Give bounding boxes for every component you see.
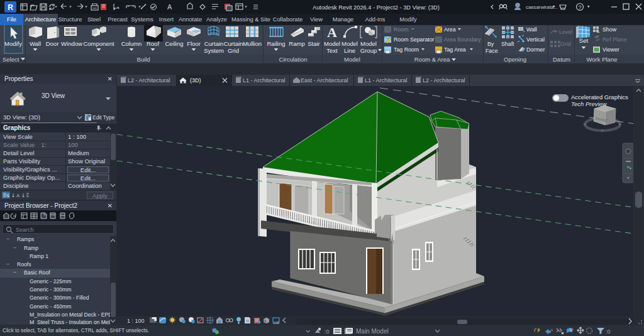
svg-text:R: R [8,3,13,12]
svg-text:Main Model: Main Model [356,328,389,335]
svg-text:Area: Area [444,26,456,33]
svg-text:Set: Set [579,37,589,44]
svg-text:Area Boundary: Area Boundary [444,36,481,43]
svg-text:Tag Room: Tag Room [394,46,419,53]
svg-text:Text: Text [326,47,338,54]
svg-text:Column: Column [121,40,142,47]
svg-text:A: A [327,25,337,40]
svg-text:Grid: Grid [560,41,571,47]
svg-text:Floor: Floor [187,40,201,47]
svg-text:Vertical: Vertical [526,36,545,43]
svg-text::0: :0 [606,328,611,335]
svg-text:Door: Door [46,40,59,47]
svg-text:Roof: Roof [147,40,159,47]
svg-text:Mullion: Mullion [243,40,262,47]
svg-text:Ceiling: Ceiling [165,40,183,47]
svg-text:Component: Component [83,40,114,47]
svg-text:Shaft: Shaft [501,41,514,47]
svg-text:Curtain: Curtain [224,40,243,47]
svg-text:Viewer: Viewer [602,46,619,53]
svg-text:Model: Model [360,40,377,47]
svg-text:Tech Preview: Tech Preview [571,100,608,107]
svg-text:Ramp: Ramp [289,40,304,47]
svg-text:Face: Face [486,48,498,54]
svg-text:Tag Area: Tag Area [444,46,466,53]
svg-text:Wall: Wall [526,26,537,33]
svg-text:Grid: Grid [228,47,239,54]
svg-text:A: A [16,193,20,198]
svg-text:Autodesk Revit 2026.4 - Projec: Autodesk Revit 2026.4 - Project2 - 3D Vi… [313,4,440,11]
svg-text:Modify: Modify [4,40,22,47]
svg-text:Level: Level [559,29,572,35]
svg-text:Room: Room [394,26,408,33]
svg-text:Model: Model [341,40,358,47]
svg-text:Window: Window [61,40,82,47]
svg-text:Room Separator: Room Separator [394,36,435,43]
svg-text:System: System [204,47,224,54]
svg-text:caesarwirata...: caesarwirata... [526,4,558,10]
svg-text:Accelerated Graphics: Accelerated Graphics [571,94,628,100]
svg-text:Group: Group [360,47,377,54]
svg-text:By: By [487,41,494,47]
svg-text:Dormer: Dormer [526,46,545,53]
svg-text:Line: Line [344,47,355,54]
svg-text:Wall: Wall [30,40,41,47]
svg-text:Railing: Railing [267,40,285,47]
svg-text:Ref Plane: Ref Plane [602,36,627,43]
svg-text::0: :0 [325,328,330,335]
svg-text:Curtain: Curtain [204,40,224,47]
svg-text:Model: Model [324,40,340,47]
svg-text:Stair: Stair [308,40,320,47]
svg-text:Show: Show [602,26,617,33]
svg-text:?: ? [578,4,581,11]
svg-text:A: A [167,3,172,11]
